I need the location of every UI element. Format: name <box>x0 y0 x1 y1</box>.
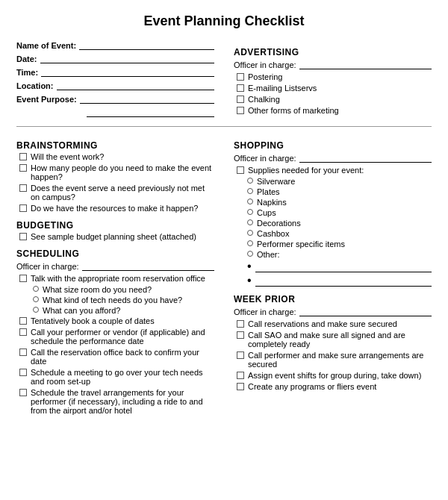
list-item: Does the event serve a need previously n… <box>19 184 214 201</box>
checkbox-icon[interactable] <box>237 331 244 339</box>
other-input-1[interactable] <box>255 262 432 272</box>
checkbox-icon[interactable] <box>237 73 244 81</box>
shopping-item-4: Cups <box>257 208 276 217</box>
circle-icon <box>247 209 253 215</box>
shopping-item-3: Napkins <box>257 198 287 207</box>
scheduling-sub-1-1: What size room do you need? <box>43 285 152 294</box>
shopping-item-2: Plates <box>257 187 280 196</box>
circle-icon <box>247 219 253 225</box>
list-item: Do we have the resources to make it happ… <box>19 204 214 213</box>
checkbox-icon[interactable] <box>237 84 244 92</box>
circle-icon <box>247 178 253 184</box>
list-item: Schedule the travel arrangements for you… <box>19 388 214 415</box>
shopping-supplies-label: Supplies needed for your event: <box>248 166 364 175</box>
shopping-item-5: Decorations <box>257 219 301 228</box>
checkbox-icon[interactable] <box>19 153 27 160</box>
advertising-officer-field[interactable] <box>299 59 432 69</box>
checkbox-icon[interactable] <box>19 389 27 396</box>
checkbox-icon[interactable] <box>237 96 244 103</box>
list-item: Call the reservation office back to conf… <box>19 348 214 366</box>
scheduling-item-6: Schedule the travel arrangements for you… <box>31 388 214 415</box>
location-field[interactable] <box>57 80 215 90</box>
list-item: Napkins <box>247 198 432 207</box>
purpose-label: Event Purpose: <box>16 95 77 104</box>
time-field[interactable] <box>41 66 214 77</box>
other-input-2[interactable] <box>255 276 432 287</box>
budgeting-list: See sample budget planning sheet (attach… <box>19 232 214 241</box>
list-item: Assign event shifts for group during, ta… <box>237 371 432 380</box>
circle-icon <box>33 286 39 292</box>
checkbox-icon[interactable] <box>19 328 27 336</box>
scheduling-item-5: Schedule a meeting to go over your tech … <box>31 368 214 386</box>
circle-icon <box>247 240 253 246</box>
list-item: Call reservations and make sure secured <box>237 319 432 328</box>
checkbox-icon[interactable] <box>237 107 244 114</box>
brainstorming-title: BRAINSTORMING <box>16 140 214 151</box>
week-prior-officer-field[interactable] <box>299 306 432 316</box>
week-prior-officer-label: Officer in charge: <box>234 307 296 316</box>
list-item: Create any programs or fliers event <box>237 382 432 391</box>
circle-icon <box>33 307 39 313</box>
checkbox-icon[interactable] <box>19 275 27 282</box>
week-prior-list: Call reservations and make sure secured … <box>237 319 432 391</box>
checkbox-icon[interactable] <box>19 204 27 212</box>
advertising-officer-label: Officer in charge: <box>234 60 296 69</box>
checkbox-icon[interactable] <box>19 317 27 325</box>
scheduling-item-4: Call the reservation office back to conf… <box>31 348 214 366</box>
budgeting-item-1: See sample budget planning sheet (attach… <box>31 232 196 241</box>
checkbox-icon[interactable] <box>237 166 244 174</box>
list-item: See sample budget planning sheet (attach… <box>19 232 214 241</box>
week-prior-title: WEEK PRIOR <box>234 294 432 304</box>
scheduling-item-2: Tentatively book a couple of dates <box>31 316 155 325</box>
checkbox-icon[interactable] <box>237 351 244 359</box>
circle-icon <box>247 251 253 257</box>
other-line-1: • <box>247 260 432 272</box>
list-item: Cashbox <box>247 229 432 238</box>
list-item: Tentatively book a couple of dates <box>19 316 214 325</box>
brainstorming-list: Will the event work? How many people do … <box>19 152 214 213</box>
advertising-item-4: Other forms of marketing <box>248 106 339 115</box>
checkbox-icon[interactable] <box>19 233 27 240</box>
advertising-item-3: Chalking <box>248 95 280 104</box>
list-item: Cups <box>247 208 432 217</box>
purpose-field-2[interactable] <box>87 107 214 117</box>
week-prior-item-5: Create any programs or fliers event <box>248 382 376 391</box>
list-item: Postering <box>237 72 432 81</box>
page-title: Event Planning Checklist <box>16 13 432 29</box>
checkbox-icon[interactable] <box>19 184 27 192</box>
checkbox-icon[interactable] <box>237 383 244 390</box>
location-label: Location: <box>16 81 54 90</box>
scheduling-item-3: Call your performer or vendor (if applic… <box>31 328 214 346</box>
purpose-field[interactable] <box>80 93 214 104</box>
list-item: Performer specific items <box>247 240 432 249</box>
scheduling-officer-field[interactable] <box>82 260 214 271</box>
shopping-officer-field[interactable] <box>299 152 432 163</box>
circle-icon <box>247 230 253 236</box>
checkbox-icon[interactable] <box>19 369 27 376</box>
shopping-item-7: Performer specific items <box>257 240 345 249</box>
date-field[interactable] <box>40 53 214 63</box>
list-item: E-mailing Listservs <box>237 84 432 93</box>
shopping-officer-label: Officer in charge: <box>234 154 296 163</box>
list-item: Call performer and make sure arrangement… <box>237 351 432 369</box>
list-item: Will the event work? <box>19 152 214 161</box>
shopping-title: SHOPPING <box>234 140 432 151</box>
scheduling-list: Talk with the appropriate room reservati… <box>19 274 214 415</box>
checkbox-icon[interactable] <box>237 372 244 379</box>
shopping-item-8: Other: <box>257 250 280 259</box>
checkbox-icon[interactable] <box>19 164 27 172</box>
list-item: Call your performer or vendor (if applic… <box>19 328 214 346</box>
name-field[interactable] <box>79 40 214 50</box>
name-label: Name of Event: <box>16 41 76 50</box>
list-item: What size room do you need? <box>33 285 214 294</box>
advertising-title: ADVERTISING <box>234 47 432 57</box>
week-prior-item-4: Assign event shifts for group during, ta… <box>248 371 421 380</box>
list-item: What kind of tech needs do you have? <box>33 296 214 304</box>
checkbox-icon[interactable] <box>19 349 27 356</box>
shopping-item-1: Silverware <box>257 177 295 186</box>
checkbox-icon[interactable] <box>237 320 244 328</box>
budgeting-title: BUDGETING <box>16 220 214 231</box>
advertising-list: Postering E-mailing Listservs Chalking O… <box>237 72 432 115</box>
list-item: How many people do you need to make the … <box>19 163 214 181</box>
time-label: Time: <box>16 68 38 77</box>
